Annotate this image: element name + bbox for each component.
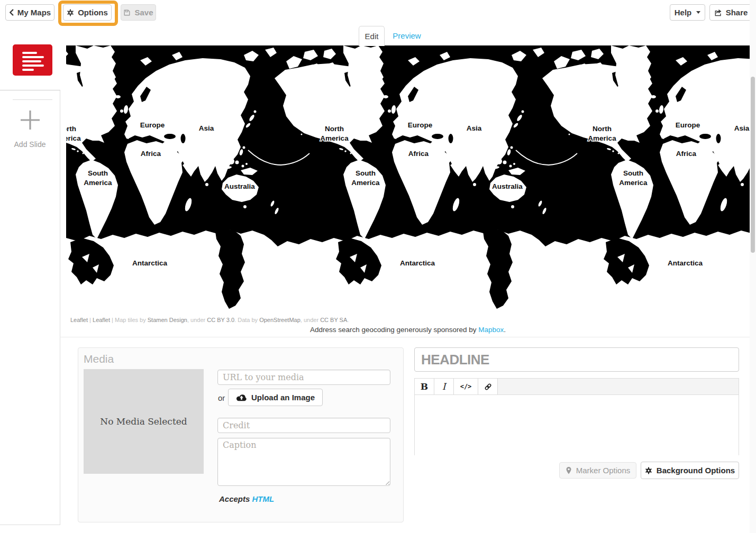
tab-preview-label: Preview (393, 31, 421, 40)
help-label: Help (675, 8, 692, 17)
save-button[interactable]: Save (121, 4, 156, 21)
my-maps-label: My Maps (17, 8, 51, 17)
save-icon (123, 9, 131, 16)
options-label: Options (78, 8, 108, 17)
text-editor: B I </> (414, 378, 739, 455)
sidebar-add-slide-panel: Add Slide (0, 90, 60, 525)
link-icon (484, 383, 492, 391)
code-button[interactable]: </> (454, 379, 478, 394)
page-scrollbar[interactable] (750, 0, 756, 533)
background-options-label: Background Options (657, 466, 735, 475)
bold-button[interactable]: B (415, 379, 434, 394)
gear-icon (67, 9, 74, 16)
top-toolbar: My Maps Options Save Help Share (0, 0, 756, 24)
map-pin-icon (566, 466, 572, 475)
italic-button[interactable]: I (434, 379, 454, 394)
tab-edit-label: Edit (365, 32, 379, 41)
text-lines-icon (22, 52, 52, 71)
or-label: or (218, 393, 225, 402)
media-url-input[interactable] (217, 370, 390, 385)
add-slide-button[interactable]: Add Slide (0, 107, 60, 151)
marker-options-label: Marker Options (576, 466, 631, 475)
help-button[interactable]: Help (670, 4, 705, 21)
sidebar-divider (13, 99, 52, 100)
credit-input[interactable] (217, 418, 390, 433)
background-options-button[interactable]: Background Options (641, 462, 739, 479)
gear-icon (645, 467, 652, 474)
section-divider (60, 337, 756, 337)
text-editor-content[interactable] (415, 395, 739, 456)
scrollbar-thumb[interactable] (751, 77, 755, 253)
save-label: Save (134, 8, 153, 17)
leaflet-link-2[interactable]: Leaflet (93, 317, 110, 323)
map-attribution: Leaflet | Leaflet | Map tiles by Stamen … (70, 316, 750, 325)
slide-thumbnail[interactable] (13, 44, 52, 76)
cc-by-30-link[interactable]: CC BY 3.0 (207, 317, 234, 323)
leaflet-link[interactable]: Leaflet (70, 317, 88, 323)
options-button[interactable]: Options (63, 4, 112, 21)
world-map[interactable]: Europe Asia North America Africa South A… (66, 45, 750, 316)
share-button[interactable]: Share (709, 4, 752, 21)
geocoding-sponsor-note: Address search geocoding generously spon… (66, 326, 750, 334)
cloud-upload-icon (236, 393, 247, 401)
my-maps-button[interactable]: My Maps (5, 4, 54, 21)
marker-options-button[interactable]: Marker Options (559, 462, 636, 479)
insert-link-button[interactable] (478, 379, 498, 394)
tab-edit[interactable]: Edit (359, 26, 385, 46)
caret-down-icon (696, 11, 700, 14)
editor-toolbar: B I </> (415, 379, 739, 395)
share-icon (714, 9, 722, 16)
add-slide-label: Add Slide (0, 140, 60, 149)
cc-by-sa-link[interactable]: CC BY SA (320, 317, 347, 323)
headline-input[interactable] (414, 347, 739, 372)
caption-textarea[interactable] (217, 438, 390, 486)
upload-image-button[interactable]: Upload an Image (228, 389, 323, 406)
stamen-design-link[interactable]: Stamen Design (148, 317, 187, 323)
chevron-left-icon (9, 9, 14, 16)
media-preview-placeholder: No Media Selected (84, 369, 204, 474)
upload-image-label: Upload an Image (251, 393, 315, 402)
share-label: Share (726, 8, 748, 17)
media-panel-title: Media (84, 353, 114, 365)
plus-icon (19, 108, 42, 132)
no-media-label: No Media Selected (100, 416, 187, 427)
tab-preview[interactable]: Preview (388, 26, 426, 45)
html-help-link[interactable]: HTML (252, 494, 275, 503)
mapbox-link[interactable]: Mapbox (478, 326, 504, 334)
media-panel: Media No Media Selected or Upload an Ima… (78, 347, 404, 522)
openstreetmap-link[interactable]: OpenStreetMap (259, 317, 300, 323)
accepts-html-note: Accepts HTML (219, 494, 274, 503)
